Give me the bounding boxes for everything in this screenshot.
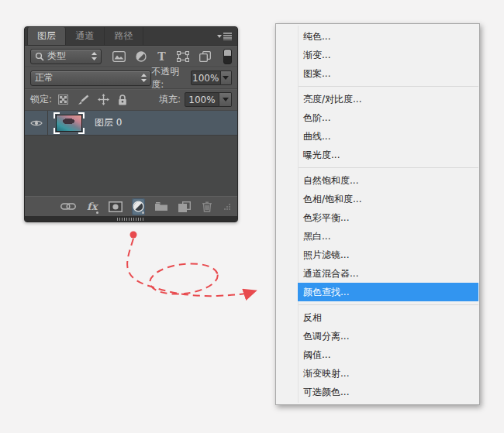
selection-bracket: [54, 128, 60, 134]
new-group-button[interactable]: [154, 198, 168, 215]
panel-menu-icon: [217, 33, 232, 40]
menu-item[interactable]: 色相/饱和度...: [298, 190, 478, 208]
menu-item[interactable]: 颜色查找...: [298, 283, 478, 301]
adjustment-layer-icon: [133, 201, 144, 212]
type-filter-icon[interactable]: T: [157, 51, 167, 62]
group-icon: [154, 201, 168, 211]
menu-separator: [299, 304, 478, 305]
fill-value[interactable]: 100%: [185, 92, 219, 107]
new-layer-icon: [178, 201, 191, 212]
arrow-path: [127, 239, 254, 296]
panel-resize-edge[interactable]: [25, 216, 237, 222]
selection-bracket: [78, 112, 85, 119]
image-filter-icon[interactable]: [112, 51, 126, 62]
filter-type-dropdown[interactable]: 类型: [30, 49, 102, 64]
menu-item[interactable]: 色调分离...: [298, 327, 478, 345]
opacity-value[interactable]: 100%: [191, 70, 221, 85]
layer-mask-icon: [109, 201, 123, 212]
add-adjustment-layer-button[interactable]: [132, 198, 146, 215]
lock-row: 锁定:: [25, 89, 237, 111]
panel-menu-button[interactable]: [212, 27, 237, 45]
adjustment-layer-menu: 纯色...渐变...图案...亮度/对比度...色阶...曲线...曝光度...…: [275, 23, 480, 405]
panel-tab[interactable]: 图层: [27, 27, 66, 45]
menu-item[interactable]: 图案...: [298, 64, 478, 83]
fx-menu-dot: [96, 211, 98, 214]
menu-item[interactable]: 自然饱和度...: [298, 171, 478, 190]
panel-bottom-bar: fx: [25, 196, 237, 216]
menu-item[interactable]: 照片滤镜...: [298, 246, 478, 264]
arrow-start-dot: [130, 232, 137, 239]
menu-item[interactable]: 黑白...: [298, 227, 478, 246]
menu-item[interactable]: 曝光度...: [298, 146, 478, 164]
blend-mode-dropdown[interactable]: 正常: [30, 70, 151, 86]
arrow-annotation: [116, 225, 279, 310]
opacity-label: 不透明度:: [151, 65, 186, 91]
panel-drag-grip[interactable]: [117, 218, 145, 221]
layer-thumbnail[interactable]: [54, 112, 85, 134]
panel-tab-bar: 图层通道路径: [25, 27, 237, 46]
menu-item[interactable]: 反相: [298, 308, 478, 327]
search-icon: [35, 52, 44, 61]
filter-icon-group: T: [112, 51, 211, 62]
adjustment-filter-icon[interactable]: [136, 51, 147, 62]
opacity-dropdown-button[interactable]: [221, 70, 232, 85]
blend-row: 正常 不透明度: 100%: [25, 67, 237, 89]
filter-type-label: 类型: [47, 50, 66, 63]
layer-style-button[interactable]: fx: [85, 198, 99, 215]
menu-item[interactable]: 曲线...: [298, 127, 478, 146]
smart-object-filter-icon[interactable]: [199, 51, 211, 62]
blend-mode-value: 正常: [35, 71, 54, 84]
layer-list: 图层 0: [25, 111, 237, 196]
menu-item[interactable]: 可选颜色...: [298, 383, 478, 401]
delete-layer-button[interactable]: [201, 198, 215, 215]
fx-icon: fx: [87, 201, 97, 212]
fill-label: 填充:: [159, 93, 181, 106]
layer-name[interactable]: 图层 0: [95, 116, 122, 129]
lock-label: 锁定:: [30, 93, 52, 106]
menu-item[interactable]: 纯色...: [298, 27, 478, 46]
menu-item[interactable]: 渐变...: [298, 46, 478, 64]
layer-visibility-toggle[interactable]: [25, 111, 48, 135]
svg-text:T: T: [157, 51, 166, 62]
fill-dropdown-button[interactable]: [219, 92, 232, 107]
tab-bar-spacer: [143, 27, 212, 45]
chevron-down-icon: [223, 76, 229, 80]
menu-separator: [299, 86, 478, 87]
lock-pixels-icon[interactable]: [77, 95, 89, 105]
link-icon: [60, 202, 76, 211]
updown-arrows-icon: [91, 52, 97, 60]
filter-switch[interactable]: [223, 49, 232, 64]
add-layer-mask-button[interactable]: [109, 198, 123, 215]
lock-all-icon[interactable]: [118, 95, 127, 105]
updown-arrows-icon: [141, 74, 147, 82]
adjustment-menu-dot: [142, 211, 144, 214]
menu-item[interactable]: 亮度/对比度...: [298, 90, 478, 108]
menu-item[interactable]: 色阶...: [298, 108, 478, 127]
shape-filter-icon[interactable]: [177, 51, 189, 62]
layers-panel: 图层通道路径 类型: [24, 26, 238, 222]
menu-item[interactable]: 渐变映射...: [298, 364, 478, 383]
panel-tab[interactable]: 通道: [66, 27, 105, 45]
new-layer-button[interactable]: [178, 198, 192, 215]
lock-transparency-icon[interactable]: [58, 95, 68, 105]
eye-icon: [30, 119, 43, 127]
arrow-loop: [148, 260, 219, 297]
menu-item[interactable]: 色彩平衡...: [298, 208, 478, 227]
corner-grip-icon[interactable]: [223, 203, 231, 211]
selection-bracket: [78, 128, 85, 134]
panel-tab[interactable]: 路径: [105, 27, 143, 45]
chevron-down-icon: [223, 98, 229, 101]
lock-position-icon[interactable]: [98, 94, 109, 105]
lock-icon-group: [58, 94, 127, 105]
menu-item[interactable]: 阈值...: [298, 345, 478, 364]
menu-separator: [299, 167, 478, 168]
trash-icon: [202, 201, 212, 212]
selection-bracket: [54, 112, 60, 119]
layer-row[interactable]: 图层 0: [25, 111, 237, 136]
link-layers-button[interactable]: [60, 198, 76, 215]
menu-item[interactable]: 通道混合器...: [298, 264, 478, 283]
